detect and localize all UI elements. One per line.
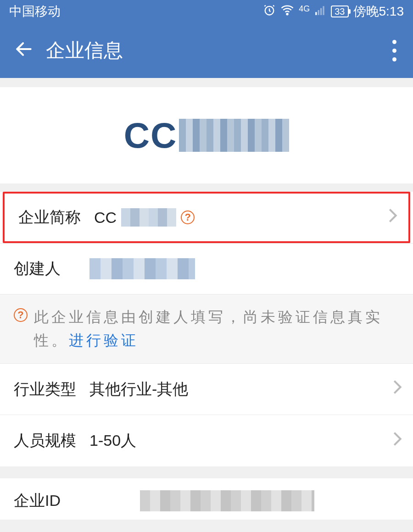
highlight-annotation: 企业简称 CC ? [3,192,410,243]
row-industry[interactable]: 行业类型 其他行业-其他 [0,364,413,415]
chevron-right-icon [393,431,402,451]
shortname-value: CC ? [94,208,395,227]
svg-rect-5 [323,6,324,15]
scale-value: 1-50人 [89,430,399,451]
creator-label: 创建人 [14,258,89,279]
row-creator: 创建人 [0,243,413,294]
time-label: 傍晚5:13 [353,3,404,20]
industry-value: 其他行业-其他 [89,379,399,400]
creator-redacted [89,258,195,279]
row-shortname[interactable]: 企业简称 CC ? [5,194,408,241]
spacer [0,183,413,193]
shortname-label: 企业简称 [18,207,94,228]
app-header: 企业信息 [0,23,413,78]
company-id-redacted [140,490,314,511]
svg-rect-3 [318,10,319,15]
creator-value [89,258,399,279]
scale-label: 人员规模 [14,430,89,451]
alarm-icon [263,4,276,20]
chevron-right-icon [393,379,402,399]
page-title: 企业信息 [46,38,123,63]
shortname-text: CC [94,209,117,227]
status-right: 4G 33 傍晚5:13 [263,3,404,20]
back-button[interactable] [14,39,37,62]
help-icon: ? [14,308,28,322]
shortname-redacted [121,208,176,227]
info-section-1: 企业简称 CC ? 创建人 ? 此企业信息由创建人填写，尚未验证信息真实性。进行… [0,192,413,466]
svg-rect-2 [315,12,317,15]
svg-point-1 [287,13,288,15]
industry-label: 行业类型 [14,379,89,400]
carrier-label: 中国移动 [9,3,61,20]
company-id-label: 企业ID [14,490,89,511]
spacer [0,466,413,478]
help-icon[interactable]: ? [181,211,195,224]
network-label: 4G [299,4,310,14]
row-scale[interactable]: 人员规模 1-50人 [0,415,413,466]
battery-indicator: 33 [331,6,348,17]
svg-rect-4 [320,8,322,15]
verify-link[interactable]: 进行验证 [69,332,139,349]
status-bar: 中国移动 4G 33 傍晚5:13 [0,0,413,23]
verification-notice: ? 此企业信息由创建人填写，尚未验证信息真实性。进行验证 [0,294,413,364]
info-section-2: 企业ID [0,478,413,520]
more-menu-button[interactable] [392,40,396,61]
company-logo-card: CC [0,87,413,183]
company-logo-text: CC [124,115,290,156]
logo-redacted [179,119,289,152]
company-id-value [89,490,399,511]
logo-prefix: CC [124,115,178,156]
wifi-icon [280,3,294,20]
spacer [0,78,413,87]
signal-icon [314,4,326,19]
row-company-id: 企业ID [0,478,413,520]
chevron-right-icon [388,208,397,227]
